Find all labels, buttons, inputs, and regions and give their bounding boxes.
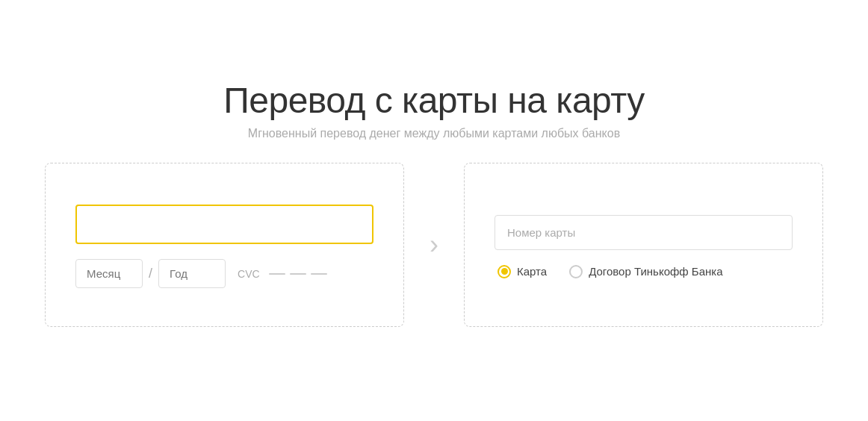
cvc-dash-3 xyxy=(311,273,327,275)
destination-card-panel: Карта Договор Тинькофф Банка xyxy=(464,163,823,327)
year-input[interactable] xyxy=(158,259,226,288)
source-card-number-input[interactable] xyxy=(75,205,373,244)
transfer-arrow-icon: › xyxy=(430,231,438,258)
date-separator: / xyxy=(147,266,154,281)
cvc-label: CVC xyxy=(238,268,260,280)
radio-circle-contract xyxy=(569,265,583,278)
card-expiry-row: / CVC xyxy=(75,259,373,288)
page-subtitle: Мгновенный перевод денег между любыми ка… xyxy=(45,127,823,140)
cards-row: / CVC › Карта xyxy=(45,163,823,327)
destination-card-number-input[interactable] xyxy=(495,215,793,250)
source-card-panel: / CVC xyxy=(45,163,404,327)
cvc-dash-1 xyxy=(269,273,285,275)
page-wrapper: Перевод с карты на карту Мгновенный пере… xyxy=(0,57,868,364)
page-title: Перевод с карты на карту xyxy=(45,80,823,121)
radio-option-contract[interactable]: Договор Тинькофф Банка xyxy=(569,265,722,278)
cvc-dash-2 xyxy=(290,273,306,275)
radio-label-card: Карта xyxy=(517,265,547,278)
cvc-dashes xyxy=(269,273,327,275)
month-input[interactable] xyxy=(75,259,143,288)
page-header: Перевод с карты на карту Мгновенный пере… xyxy=(45,80,823,140)
radio-option-card[interactable]: Карта xyxy=(497,265,547,278)
radio-label-contract: Договор Тинькофф Банка xyxy=(589,265,722,278)
destination-type-row: Карта Договор Тинькофф Банка xyxy=(495,265,793,278)
radio-circle-card xyxy=(497,265,511,278)
arrow-container: › xyxy=(412,231,456,258)
